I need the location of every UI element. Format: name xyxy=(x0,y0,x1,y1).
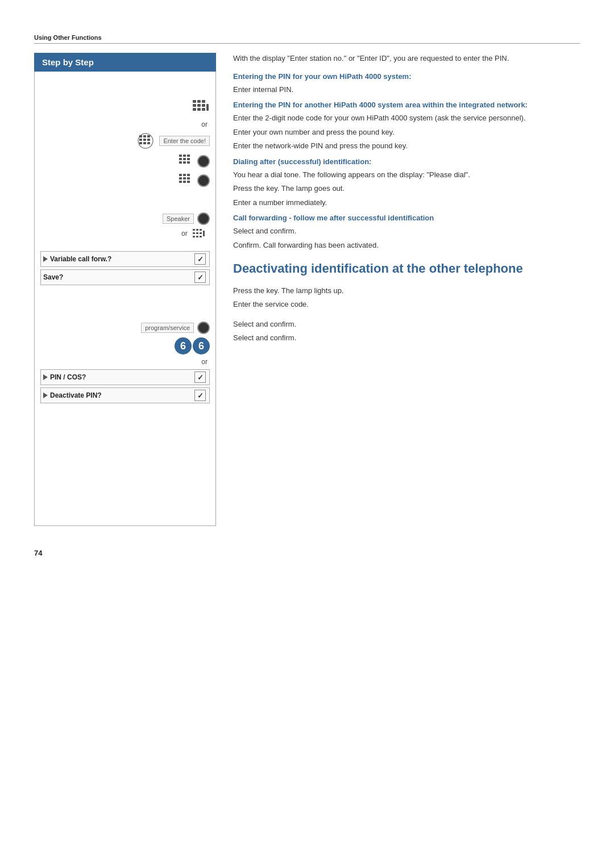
keypad-row-1 xyxy=(40,99,210,117)
circle-icon-1 xyxy=(197,155,210,168)
svg-rect-19 xyxy=(147,142,150,144)
svg-rect-2 xyxy=(202,100,205,103)
entering-other-text2: Enter your own number and press the poun… xyxy=(233,127,580,138)
keypad-icon-1 xyxy=(192,99,210,117)
entering-other-text1: Enter the 2-digit node code for your own… xyxy=(233,112,580,124)
svg-rect-11 xyxy=(139,135,142,137)
header-title: Using Other Functions xyxy=(34,34,102,41)
svg-rect-16 xyxy=(147,139,150,141)
save-row[interactable]: Save? ✓ xyxy=(40,269,210,285)
svg-rect-33 xyxy=(183,177,186,180)
deactivating-text4: Select and confirm. xyxy=(233,332,580,344)
svg-rect-18 xyxy=(143,142,146,144)
enter-code-label: Enter the code! xyxy=(159,136,210,146)
pin-cos-label: PIN / COS? xyxy=(50,373,86,381)
svg-rect-35 xyxy=(179,181,182,183)
program-service-row: program/service xyxy=(40,322,210,334)
entering-other-heading: Entering the PIN for another HiPath 4000… xyxy=(233,101,580,109)
badge-6-2: 6 xyxy=(193,337,210,354)
save-label: Save? xyxy=(43,273,63,281)
keypad-pound-row-1 xyxy=(40,153,210,169)
svg-rect-26 xyxy=(179,161,182,164)
sidebar-title: Step by Step xyxy=(42,57,94,67)
svg-rect-22 xyxy=(187,155,190,157)
svg-rect-43 xyxy=(200,232,202,234)
keypad-icon-5 xyxy=(192,228,208,240)
svg-rect-12 xyxy=(143,135,146,137)
pin-cos-row[interactable]: PIN / COS? ✓ xyxy=(40,369,210,385)
svg-rect-36 xyxy=(183,181,186,183)
circle-icon-4 xyxy=(197,322,210,334)
number-badge-row: 6 6 xyxy=(40,337,210,354)
program-service-label: program/service xyxy=(141,323,194,333)
entering-own-text1: Enter internal PIN. xyxy=(233,84,580,95)
speaker-label: Speaker xyxy=(163,214,194,224)
entering-other-text3: Enter the network-wide PIN and press the… xyxy=(233,140,580,152)
svg-rect-4 xyxy=(197,104,201,107)
svg-rect-23 xyxy=(179,158,182,160)
keypad-pound-row-2 xyxy=(40,173,210,189)
svg-rect-27 xyxy=(183,161,186,164)
svg-rect-41 xyxy=(193,232,195,234)
dialing-heading: Dialing after (successful) identificatio… xyxy=(233,157,580,166)
svg-rect-28 xyxy=(187,161,190,164)
speaker-row: Speaker xyxy=(40,212,210,225)
checkmark-1: ✓ xyxy=(194,253,206,265)
svg-rect-3 xyxy=(193,104,196,107)
circle-icon-2 xyxy=(197,174,210,187)
or-label-2: or xyxy=(40,228,208,240)
call-forwarding-text1: Select and confirm. xyxy=(233,226,580,237)
keypad-icon-3 xyxy=(178,153,194,169)
arrow-icon-1 xyxy=(43,256,48,262)
arrow-icon-2 xyxy=(43,374,48,380)
deactivate-pin-row[interactable]: Deactivate PIN? ✓ xyxy=(40,387,210,403)
or-label-1: or xyxy=(40,120,208,128)
svg-rect-13 xyxy=(147,135,150,137)
svg-rect-45 xyxy=(196,236,198,237)
keypad-icon-4 xyxy=(178,173,194,189)
svg-rect-9 xyxy=(206,104,209,111)
dialing-text3: Enter a number immediately. xyxy=(233,197,580,208)
svg-rect-17 xyxy=(139,142,142,144)
svg-rect-20 xyxy=(179,155,182,157)
svg-rect-8 xyxy=(202,108,205,111)
svg-rect-31 xyxy=(187,174,190,176)
svg-rect-39 xyxy=(196,229,198,231)
variable-call-forw-row[interactable]: Variable call forw.? ✓ xyxy=(40,251,210,267)
svg-rect-7 xyxy=(197,108,201,111)
entering-own-heading: Entering the PIN for your own HiPath 400… xyxy=(233,72,580,81)
arrow-icon-3 xyxy=(43,393,48,398)
checkmark-2: ✓ xyxy=(194,272,206,283)
svg-rect-1 xyxy=(197,100,201,103)
step-by-step-body: or Enter the code! xyxy=(34,72,216,526)
deactivate-pin-label: Deactivate PIN? xyxy=(50,391,102,399)
dialing-text1: You hear a dial tone. The following appe… xyxy=(233,169,580,181)
svg-rect-6 xyxy=(193,108,196,111)
svg-rect-0 xyxy=(193,100,196,103)
svg-rect-44 xyxy=(193,236,195,237)
deactivating-text3: Select and confirm. xyxy=(233,319,580,330)
left-column: Step by Step xyxy=(34,53,227,526)
deactivating-heading: Deactivating identification at the other… xyxy=(233,261,580,277)
call-forwarding-text2: Confirm. Call forwarding has been activa… xyxy=(233,240,580,251)
svg-rect-21 xyxy=(183,155,186,157)
or-label-3: or xyxy=(40,358,208,366)
svg-rect-30 xyxy=(183,174,186,176)
deactivating-text2: Enter the service code. xyxy=(233,299,580,310)
intro-text: With the display "Enter station no." or … xyxy=(233,53,580,64)
svg-rect-5 xyxy=(202,104,205,107)
step-by-step-header: Step by Step xyxy=(34,53,216,72)
page-header: Using Other Functions xyxy=(34,34,580,44)
checkmark-4: ✓ xyxy=(194,390,206,401)
svg-rect-46 xyxy=(200,236,202,237)
svg-rect-29 xyxy=(179,174,182,176)
svg-rect-37 xyxy=(187,181,190,183)
checkmark-3: ✓ xyxy=(194,372,206,383)
svg-rect-42 xyxy=(196,232,198,234)
dialing-text2: Press the key. The lamp goes out. xyxy=(233,183,580,194)
svg-rect-38 xyxy=(193,229,195,231)
circle-icon-3 xyxy=(197,212,210,225)
svg-rect-47 xyxy=(203,231,205,236)
svg-rect-14 xyxy=(139,139,142,141)
svg-rect-32 xyxy=(179,177,182,180)
